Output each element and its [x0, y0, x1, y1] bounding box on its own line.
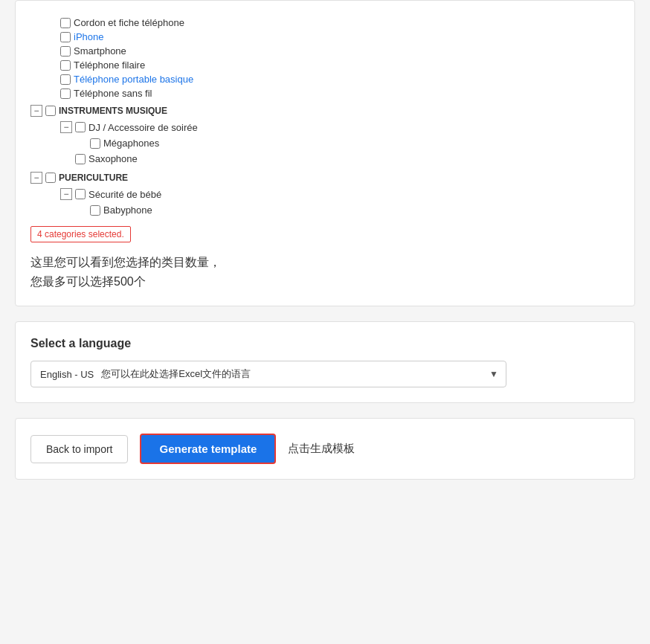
label-securite: Sécurité de bébé	[89, 189, 161, 200]
checkbox-saxophone[interactable]	[75, 154, 86, 164]
checkbox-securite[interactable]	[75, 189, 86, 199]
category-row-puericulture: − PUERICULTURE	[30, 170, 620, 185]
label-tel-sans-fil: Téléphone sans fil	[74, 88, 152, 99]
language-title: Select a language	[30, 337, 620, 350]
label-iphone: iPhone	[74, 31, 103, 42]
category-row-smartphone: Smartphone	[30, 44, 620, 58]
label-instruments: INSTRUMENTS MUSIQUE	[59, 106, 167, 116]
category-row-megaphones: Mégaphones	[30, 136, 620, 150]
action-bar: Back to import Generate template 点击生成模板	[15, 418, 635, 480]
category-row-babyphone: Babyphone	[30, 203, 620, 217]
checkbox-megaphones[interactable]	[90, 138, 100, 149]
back-to-import-button[interactable]: Back to import	[30, 435, 128, 463]
info-line2: 您最多可以选择500个	[30, 275, 146, 288]
label-smartphone: Smartphone	[74, 45, 126, 57]
toggle-instruments[interactable]: −	[30, 105, 42, 117]
checkbox-babyphone[interactable]	[90, 205, 100, 216]
checkbox-puericulture[interactable]	[45, 173, 56, 183]
action-hint: 点击生成模板	[288, 442, 355, 456]
toggle-puericulture[interactable]: −	[30, 172, 42, 184]
label-puericulture: PUERICULTURE	[59, 173, 128, 183]
categories-card: Cordon et fiche téléphone iPhone Smartph…	[15, 0, 635, 306]
language-code: English - US	[40, 369, 94, 380]
checkbox-tel-portable[interactable]	[60, 74, 71, 85]
checkbox-smartphone[interactable]	[60, 46, 71, 57]
label-dj: DJ / Accessoire de soirée	[89, 122, 198, 133]
checkbox-iphone[interactable]	[60, 32, 71, 42]
category-row-saxophone: Saxophone	[30, 152, 620, 166]
toggle-dj[interactable]: −	[60, 121, 72, 133]
generate-template-button[interactable]: Generate template	[140, 434, 276, 464]
checkbox-dj[interactable]	[75, 122, 86, 132]
category-row-iphone: iPhone	[30, 30, 620, 44]
category-row-securite: − Sécurité de bébé	[30, 187, 620, 202]
chevron-down-icon: ▼	[489, 369, 498, 379]
label-cordon: Cordon et fiche téléphone	[74, 17, 184, 28]
category-row-instruments: − INSTRUMENTS MUSIQUE	[30, 103, 620, 118]
info-line1: 这里您可以看到您选择的类目数量，	[30, 256, 221, 268]
language-select[interactable]: English - US 您可以在此处选择Excel文件的语言 ▼	[30, 361, 506, 387]
checkbox-instruments[interactable]	[45, 106, 56, 116]
label-babyphone: Babyphone	[103, 205, 152, 216]
checkbox-cordon[interactable]	[60, 18, 71, 28]
checkbox-tel-filaire[interactable]	[60, 60, 71, 71]
label-megaphones: Mégaphones	[103, 138, 159, 149]
selected-badge: 4 categories selected.	[30, 226, 131, 242]
language-card: Select a language English - US 您可以在此处选择E…	[15, 321, 635, 403]
category-row-dj: − DJ / Accessoire de soirée	[30, 120, 620, 135]
label-saxophone: Saxophone	[89, 153, 138, 164]
toggle-securite[interactable]: −	[60, 188, 72, 200]
label-tel-portable: Téléphone portable basique	[74, 74, 193, 85]
label-tel-filaire: Téléphone filaire	[74, 59, 145, 71]
language-description: 您可以在此处选择Excel文件的语言	[101, 367, 483, 381]
category-row-tel-filaire: Téléphone filaire	[30, 58, 620, 72]
category-row-tel-sans-fil: Téléphone sans fil	[30, 86, 620, 100]
category-row-tel-portable: Téléphone portable basique	[30, 72, 620, 86]
checkbox-tel-sans-fil[interactable]	[60, 88, 71, 99]
category-row-cordon: Cordon et fiche téléphone	[30, 16, 620, 30]
info-text: 这里您可以看到您选择的类目数量， 您最多可以选择500个	[30, 253, 620, 291]
